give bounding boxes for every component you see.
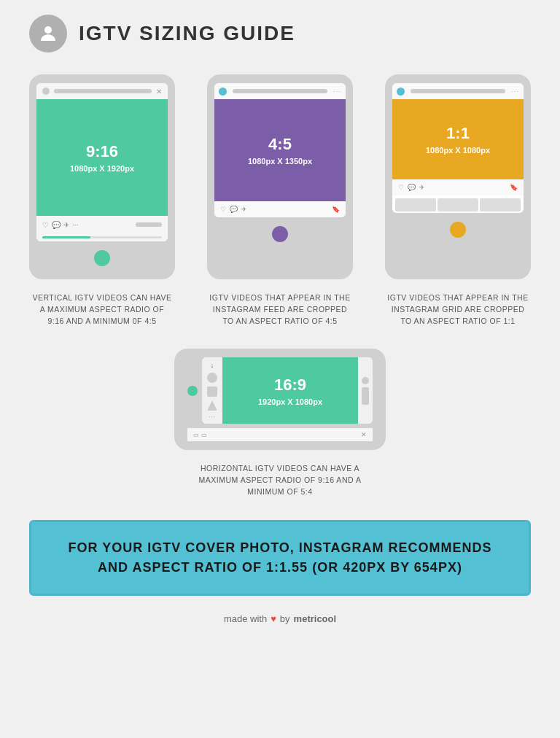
phone-169: ↓ ··· 16:9 1920px X 1080px (174, 349, 386, 450)
name-bar (233, 89, 327, 93)
ratio-11-label: 1:1 (446, 124, 470, 143)
desc-col-916: VERTICAL IGTV VIDEOS CAN HAVE A MAXIMUM … (29, 287, 175, 327)
comment-icon: 💬 (230, 206, 238, 213)
sidebar-rect (207, 387, 217, 397)
name-bar (411, 89, 505, 93)
bookmark-icon: 🔖 (332, 206, 340, 213)
phone-45: ··· 4:5 1080px X 1350px ♡ 💬 ✈ 🔖 (207, 74, 353, 279)
right-circle (362, 377, 369, 384)
ratio-916-label: 9:16 (86, 142, 118, 161)
desc-916: VERTICAL IGTV VIDEOS CAN HAVE A MAXIMUM … (29, 292, 175, 327)
dots-icon: ··· (72, 221, 78, 229)
page-title: IGTV SIZING GUIDE (79, 22, 295, 45)
phone-45-content: 4:5 1080px X 1350px (214, 99, 346, 201)
footer: made with ♥ by metricool (29, 613, 531, 624)
phone-45-homebtn (272, 226, 288, 242)
bar-line (54, 89, 152, 93)
small-rect2: ▭ (201, 432, 207, 438)
phones-row: ✕ 9:16 1080px X 1920px ♡ 💬 ✈ ··· (29, 74, 531, 279)
phone-11-bottombar: ♡ 💬 ✈ 🔖 (392, 179, 524, 195)
down-arrow: ↓ (211, 362, 214, 369)
phone-45-screen: ··· 4:5 1080px X 1350px ♡ 💬 ✈ 🔖 (214, 83, 346, 217)
phone-11-screen: ··· 1:1 1080px X 1080px ♡ 💬 ✈ 🔖 (392, 83, 524, 213)
profile-circle (219, 88, 227, 96)
insta-action-icons: ♡ 💬 ✈ (398, 184, 425, 191)
dimension-11-label: 1080px X 1080px (426, 146, 490, 155)
share-icon: ✈ (241, 206, 247, 213)
phone-169-bottombar: ▭ ▭ ✕ (187, 428, 373, 441)
phone-11-homebtn (450, 222, 466, 238)
phone-169-leftbtn (187, 386, 198, 396)
close-icon: ✕ (361, 431, 367, 438)
desc-row-horiz: HORIZONTAL IGTV VIDEOS CAN HAVE A MAXIMU… (29, 457, 531, 497)
desc-col-45: IGTV VIDEOS THAT APPEAR IN THE INSTAGRAM… (207, 287, 353, 327)
dimension-45-label: 1080px X 1350px (248, 157, 312, 166)
phone-916-topbar: ✕ (36, 83, 168, 99)
phone-11-content: 1:1 1080px X 1080px (392, 99, 524, 179)
share-icon: ✈ (63, 221, 69, 229)
phone-916-progress (36, 233, 168, 241)
phone-169-screen: ↓ ··· 16:9 1920px X 1080px (202, 357, 373, 424)
phone-45-bottombar: ♡ 💬 ✈ 🔖 (214, 201, 346, 217)
comment-icon: 💬 (52, 221, 61, 229)
footer-by: by (280, 613, 290, 624)
phone-11-topbar: ··· (392, 83, 524, 99)
svg-point-0 (44, 26, 52, 34)
heart-icon: ♡ (398, 184, 404, 191)
desc-11: IGTV VIDEOS THAT APPEAR IN THE INSTAGRAM… (385, 292, 531, 327)
more-dots: ··· (333, 88, 341, 95)
phone-916-homebtn (94, 250, 110, 266)
heart-icon: ♥ (271, 613, 276, 624)
sidebar-dots: ··· (209, 414, 216, 419)
horizontal-phone-wrap: ↓ ··· 16:9 1920px X 1080px (29, 349, 531, 450)
avatar-icon (29, 15, 67, 53)
desc-col-169: HORIZONTAL IGTV VIDEOS CAN HAVE A MAXIMU… (189, 457, 371, 497)
share-icon: ✈ (419, 184, 425, 191)
phone-916: ✕ 9:16 1080px X 1920px ♡ 💬 ✈ ··· (29, 74, 175, 279)
footer-brand: metricool (294, 613, 337, 624)
phone-916-screen: ✕ 9:16 1080px X 1920px ♡ 💬 ✈ ··· (36, 83, 168, 241)
phone-916-bottombar: ♡ 💬 ✈ ··· (36, 216, 168, 233)
ratio-169-label: 16:9 (274, 376, 306, 395)
dimension-169-label: 1920px X 1080px (258, 397, 322, 406)
desc-45: IGTV VIDEOS THAT APPEAR IN THE INSTAGRAM… (207, 292, 353, 327)
save-btn-bar (136, 222, 162, 227)
desc-col-11: IGTV VIDEOS THAT APPEAR IN THE INSTAGRAM… (385, 287, 531, 327)
more-dots: ··· (511, 88, 519, 95)
grid-row-1 (392, 195, 524, 213)
phone-169-inner: ↓ ··· 16:9 1920px X 1080px (187, 357, 373, 424)
insta-action-icons: ♡ 💬 ✈ (220, 206, 247, 213)
phone-916-content: 9:16 1080px X 1920px (36, 99, 168, 216)
user-icon (37, 23, 59, 44)
sidebar-triangle (207, 400, 217, 411)
cover-banner: FOR YOUR IGTV COVER PHOTO, INSTAGRAM REC… (29, 520, 531, 596)
phone-45-topbar: ··· (214, 83, 346, 99)
bookmark-icon: 🔖 (510, 184, 518, 191)
header: IGTV SIZING GUIDE (29, 15, 531, 53)
horiz-main-content: 16:9 1920px X 1080px (222, 357, 358, 424)
small-rect: ▭ (193, 432, 199, 438)
desc-row-top: VERTICAL IGTV VIDEOS CAN HAVE A MAXIMUM … (29, 287, 531, 327)
heart-icon: ♡ (220, 206, 226, 213)
progress-fill (42, 236, 90, 238)
footer-prefix: made with (224, 613, 267, 624)
comment-icon: 💬 (408, 184, 416, 191)
cover-banner-text: FOR YOUR IGTV COVER PHOTO, INSTAGRAM REC… (61, 538, 499, 578)
ratio-45-label: 4:5 (268, 135, 292, 154)
right-bar (362, 387, 369, 405)
desc-169: HORIZONTAL IGTV VIDEOS CAN HAVE A MAXIMU… (189, 463, 371, 497)
horiz-right-panel (358, 357, 373, 424)
phone-11: ··· 1:1 1080px X 1080px ♡ 💬 ✈ 🔖 (385, 74, 531, 279)
sidebar-circle (207, 373, 217, 383)
close-icon: ✕ (156, 88, 162, 96)
bottom-action-icons: ♡ 💬 ✈ ··· (42, 221, 78, 229)
horiz-action-icons: ▭ ▭ (193, 432, 207, 438)
heart-icon: ♡ (42, 221, 49, 229)
profile-circle (397, 88, 405, 96)
dimension-916-label: 1080px X 1920px (70, 164, 134, 173)
circle-icon (42, 88, 50, 95)
horiz-sidebar-left: ↓ ··· (202, 357, 222, 424)
progress-track (42, 236, 162, 238)
